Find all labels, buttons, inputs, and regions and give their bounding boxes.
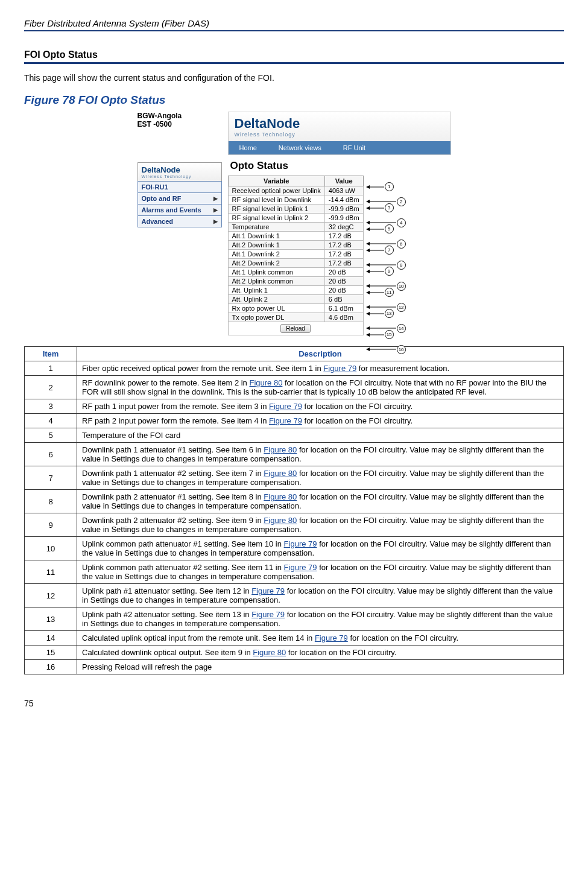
reload-button[interactable]: Reload [280,324,311,333]
status-table: Variable Value Received optical power Up… [228,176,364,335]
svg-marker-1 [366,185,370,189]
cell-item: 11 [25,560,77,584]
intro-text: This page will show the current status a… [24,73,564,83]
table-row: RF signal level in Downlink-14.4 dBm [228,195,363,205]
callout-bubble: 4 [397,218,406,227]
callout-bubble: 7 [385,246,394,255]
cell-variable: Rx opto power UL [228,304,324,313]
table-row: Att. Uplink 120 dB [228,286,363,295]
arrow-left-icon [366,290,384,296]
table-row: 1Fiber optic received optical power from… [25,361,564,376]
section-title: FOI Opto Status [24,49,564,64]
callout: 13 [366,309,394,318]
sidebar-item[interactable]: Advanced▶ [138,216,221,227]
callout-bubble: 1 [385,182,394,191]
figure-link[interactable]: Figure 80 [264,492,297,501]
figure-caption: Figure 78 FOI Opto Status [24,94,564,107]
table-row: 13Uplink path #2 attenuator setting. See… [25,607,564,631]
banner: DeltaNode Wireless Technology HomeNetwor… [228,112,451,155]
arrow-left-icon [366,346,396,352]
figure-link[interactable]: Figure 80 [249,378,282,387]
figure-link[interactable]: Figure 80 [264,516,297,525]
cell-variable: Att. Uplink 1 [228,286,324,295]
cell-variable: Tx opto power DL [228,313,324,322]
nav-item[interactable]: RF Unit [332,141,376,154]
cell-value: 6.1 dBm [324,304,363,313]
chevron-right-icon: ▶ [213,207,218,213]
cell-item: 4 [25,414,77,428]
page-number: 75 [24,699,564,708]
col-item: Item [25,347,77,361]
table-row: RF signal level in Uplink 2-99.9 dBm [228,214,363,223]
svg-marker-25 [366,312,370,316]
table-row: Rx opto power UL6.1 dBm [228,304,363,313]
figure-link[interactable]: Figure 79 [251,586,285,595]
cell-value: -14.4 dBm [324,195,363,205]
nav-item[interactable]: Home [229,141,268,154]
col-value: Value [324,176,363,186]
sidebar-item[interactable]: FOI-RU1 [138,182,221,193]
cell-item: 8 [25,490,77,513]
cell-description: Pressing Reload will refresh the page [77,660,564,674]
figure-wrap: BGW-Angola EST -0500 DeltaNode Wireless … [24,112,564,335]
callout: 1 [366,182,394,191]
sidebar-item-label: Alarms and Events [142,206,201,214]
svg-marker-13 [366,249,370,252]
table-header-row: Variable Value [228,176,363,186]
bgw-label: BGW-Angola EST -0500 [138,112,222,128]
figure-link[interactable]: Figure 79 [323,364,356,373]
cell-item: 5 [25,428,77,443]
nav-item[interactable]: Network views [268,141,332,154]
callout: 5 [366,224,394,233]
callout: 16 [366,345,406,354]
svg-marker-17 [366,270,370,273]
cell-value: 17.2 dB [324,241,363,250]
figure-link[interactable]: Figure 80 [264,469,297,478]
chevron-right-icon: ▶ [213,195,218,201]
brand-small: DeltaNode [142,165,218,174]
table-row: Tx opto power DL4.6 dBm [228,313,363,322]
callout-bubble: 6 [397,239,406,249]
figure-link[interactable]: Figure 80 [264,445,297,454]
table-row: 5Temperature of the FOI card [25,428,564,443]
figure-link[interactable]: Figure 79 [269,416,302,425]
cell-description: Downlink path 1 attenuator #2 setting. S… [77,466,564,490]
main-pane: DeltaNode Wireless Technology HomeNetwor… [228,112,451,335]
callout: 9 [366,267,394,276]
callout-bubble: 13 [385,309,394,318]
table-row: 10Uplink common path attenuator #1 setti… [25,537,564,560]
figure-link[interactable]: Figure 79 [315,633,348,642]
table-header-row: Item Description [25,347,564,361]
cell-variable: Received optical power Uplink [228,186,324,195]
figure-link[interactable]: Figure 79 [284,539,317,548]
brand-sub-big: Wireless Technology [235,132,300,138]
table-row: Received optical power Uplink4063 uW [228,186,363,195]
arrow-left-icon [366,184,384,190]
sidebar-item[interactable]: Alarms and Events▶ [138,205,221,216]
cell-item: 16 [25,660,77,674]
sidebar-menu: FOI-RU1Opto and RF▶Alarms and Events▶Adv… [138,181,222,227]
callout-bubble: 11 [385,288,394,297]
brand-sub-small: Wireless Technology [142,174,218,179]
cell-variable: Temperature [228,223,324,232]
figure-link[interactable]: Figure 79 [251,610,285,619]
table-row: Temperature32 degC [228,223,363,232]
cell-value: 6 dB [324,295,363,304]
table-row: 12Uplink path #1 attenuator setting. See… [25,584,564,607]
figure-link[interactable]: Figure 79 [269,402,302,411]
table-row: 14Calculated uplink optical input from t… [25,631,564,646]
cell-item: 7 [25,466,77,490]
callout-bubble: 2 [397,197,406,206]
callout: 3 [366,203,394,212]
cell-value: 4.6 dBm [324,313,363,322]
sidebar-item[interactable]: Opto and RF▶ [138,193,221,205]
callout-bubble: 3 [385,203,394,212]
table-row: 4RF path 2 input power form the remote. … [25,414,564,428]
cell-value: 20 dB [324,277,363,286]
callout-bubble: 12 [397,303,406,312]
cell-value: 20 dB [324,286,363,295]
cell-variable: RF signal level in Downlink [228,195,324,205]
cell-variable: RF signal level in Uplink 2 [228,214,324,223]
figure-link[interactable]: Figure 80 [253,648,286,657]
figure-link[interactable]: Figure 79 [284,563,317,572]
